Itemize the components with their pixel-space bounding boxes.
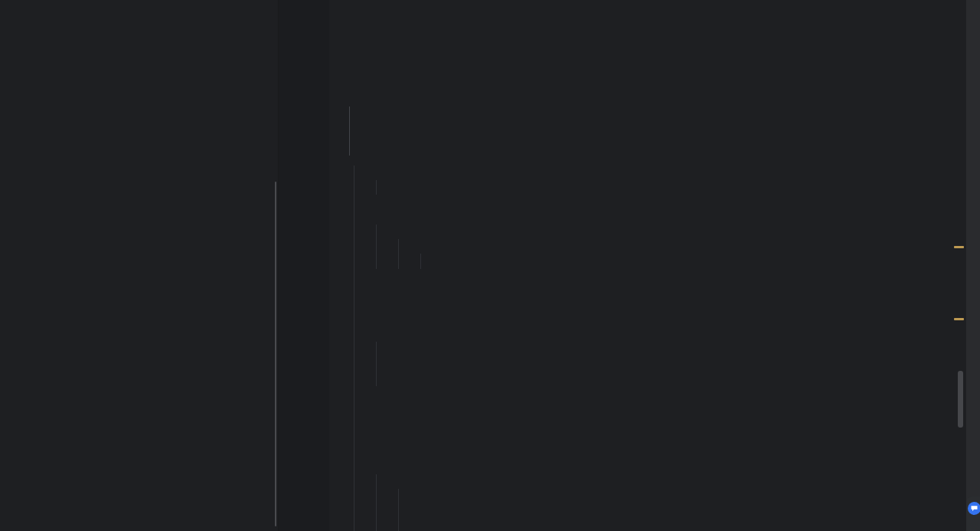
ide-window: { "colors":{ "editor_bg":"#1E1F22","curr… [0, 0, 980, 531]
chat-bubble-icon [970, 502, 978, 516]
indent-guide [354, 166, 354, 531]
error-stripe-mark[interactable] [954, 246, 964, 248]
project-tree-panel [0, 0, 279, 531]
ai-assistant-button[interactable] [968, 502, 980, 515]
indent-guide [376, 225, 377, 269]
tree-scrollbar[interactable] [275, 182, 276, 526]
indent-guide [398, 489, 399, 531]
editor-scrollbar[interactable] [958, 371, 963, 428]
editor-gutter [279, 0, 329, 531]
right-toolwindow-stripe [966, 0, 980, 531]
indent-guide [420, 254, 421, 269]
indent-guide [376, 474, 377, 531]
indent-guide [398, 239, 399, 269]
indent-guide [376, 180, 377, 195]
matched-brace-guide [349, 107, 350, 156]
indent-guide [376, 342, 377, 386]
editor-panel[interactable] [279, 0, 966, 531]
error-stripe-mark[interactable] [954, 318, 964, 320]
